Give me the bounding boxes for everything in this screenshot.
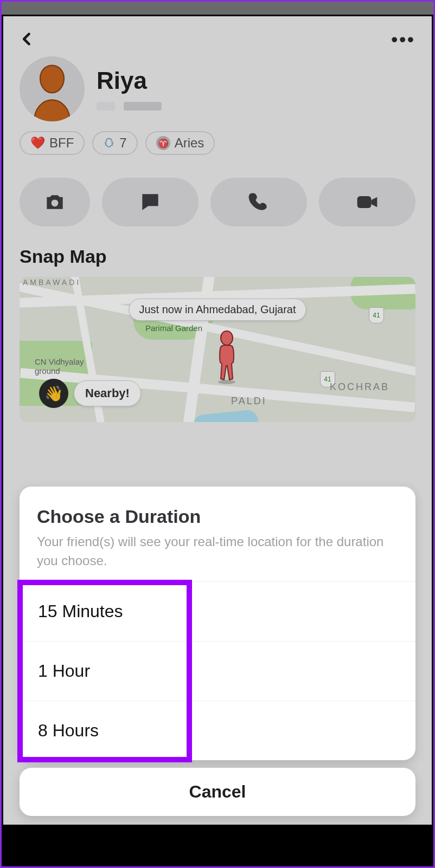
svg-point-0 — [52, 199, 59, 206]
district-label: KOCHRAB — [330, 381, 389, 393]
app-screen: ••• Riya ❤️ BFF — [3, 16, 432, 825]
svg-point-2 — [218, 380, 235, 384]
aries-icon: ♈ — [156, 136, 170, 150]
bff-label: BFF — [49, 135, 74, 151]
nearby-chip[interactable]: 👋 Nearby! — [39, 379, 141, 408]
chat-button[interactable] — [102, 178, 199, 226]
streak-badge[interactable]: 7 — [92, 131, 137, 155]
action-row — [3, 165, 432, 243]
bottom-bar — [3, 825, 432, 865]
avatar[interactable] — [20, 56, 85, 121]
phone-icon — [247, 190, 271, 214]
cancel-button[interactable]: Cancel — [20, 768, 415, 816]
more-button[interactable]: ••• — [391, 36, 415, 42]
bitmoji-marker[interactable] — [215, 330, 239, 386]
wave-icon: 👋 — [39, 379, 68, 408]
heart-icon: ❤️ — [30, 136, 45, 150]
duration-sheet: Choose a Duration Your friend(s) will se… — [20, 487, 415, 816]
sheet-subtitle: Your friend(s) will see your real-time l… — [37, 533, 398, 571]
top-bar: ••• — [3, 16, 432, 52]
username-placeholder — [97, 102, 162, 111]
streak-count: 7 — [119, 135, 126, 151]
duration-options: 15 Minutes 1 Hour 8 Hours — [20, 581, 415, 760]
map-area-label: AMBAWADI — [23, 278, 81, 287]
duration-option-8h[interactable]: 8 Hours — [20, 701, 415, 760]
badge-row: ❤️ BFF 7 ♈ Aries — [20, 131, 415, 155]
sheet-title: Choose a Duration — [37, 506, 398, 527]
zodiac-label: Aries — [175, 135, 204, 151]
park-label: Parimal Garden — [145, 323, 202, 333]
chevron-left-icon — [20, 31, 35, 47]
video-button[interactable] — [319, 178, 415, 226]
snap-map-title: Snap Map — [3, 243, 432, 277]
bff-badge[interactable]: ❤️ BFF — [20, 131, 85, 155]
school-label: CN Vidhyalay ground — [35, 357, 94, 375]
call-button[interactable] — [210, 178, 307, 226]
profile-section: Riya ❤️ BFF 7 ♈ Aries — [3, 52, 432, 165]
snap-map[interactable]: AMBAWADI Just now in Ahmedabad, Gujarat … — [20, 277, 415, 422]
duration-option-1h[interactable]: 1 Hour — [20, 641, 415, 701]
profile-name: Riya — [97, 67, 162, 94]
svg-rect-1 — [357, 196, 372, 208]
chat-icon — [138, 190, 162, 214]
location-pill: Just now in Ahmedabad, Gujarat — [129, 299, 306, 321]
ghost-icon — [103, 137, 115, 149]
camera-icon — [43, 190, 67, 214]
route-shield: 41 — [369, 307, 384, 323]
more-icon: ••• — [391, 29, 415, 49]
video-icon — [355, 190, 379, 214]
district-label: PALDI — [231, 396, 267, 407]
duration-option-15m[interactable]: 15 Minutes — [20, 582, 415, 641]
status-bar — [2, 2, 433, 15]
camera-button[interactable] — [20, 178, 90, 226]
person-icon — [28, 62, 76, 121]
back-button[interactable] — [20, 31, 35, 47]
zodiac-badge[interactable]: ♈ Aries — [145, 131, 215, 155]
nearby-label: Nearby! — [74, 380, 141, 406]
